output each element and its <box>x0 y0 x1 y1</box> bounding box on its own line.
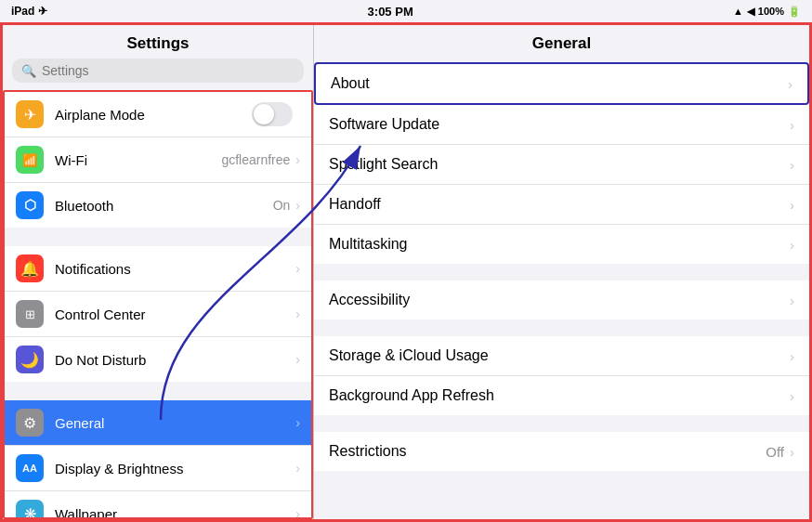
wallpaper-chevron: › <box>295 506 300 519</box>
wifi-settings-icon: 📶 <box>16 146 44 174</box>
general-item-software-update[interactable]: Software Update › <box>314 105 809 145</box>
cell-icon: ◀ <box>747 6 754 18</box>
multitasking-chevron: › <box>790 237 794 253</box>
sidebar-item-display[interactable]: AA Display & Brightness › <box>5 446 311 491</box>
section-gap-2 <box>5 382 311 400</box>
general-item-background-refresh[interactable]: Background App Refresh › <box>314 376 809 415</box>
general-item-multitasking[interactable]: Multitasking › <box>314 225 809 264</box>
bluetooth-chevron: › <box>295 198 300 213</box>
general-list: About › Software Update › Spotlight Sear… <box>314 62 809 519</box>
control-center-label: Control Center <box>55 307 295 322</box>
status-bar: iPad ✈ 3:05 PM ▲ ◀ 100% 🔋 <box>0 0 812 22</box>
sidebar-item-bluetooth[interactable]: ⬡ Bluetooth On › <box>5 183 311 228</box>
section-gap-1 <box>5 228 311 246</box>
general-item-restrictions[interactable]: Restrictions Off › <box>314 432 809 471</box>
general-chevron: › <box>295 415 300 430</box>
wifi-chevron: › <box>295 152 300 167</box>
storage-chevron: › <box>790 348 794 364</box>
wallpaper-label: Wallpaper <box>55 506 295 520</box>
signal-icon: ▲ <box>733 6 743 17</box>
bluetooth-value: On <box>273 198 291 213</box>
multitasking-label: Multitasking <box>329 236 790 253</box>
settings-section-3: ⚙ General › AA Display & Brightness › ❋ … <box>5 400 311 519</box>
display-icon: AA <box>16 454 44 482</box>
settings-title: Settings <box>3 25 313 59</box>
display-chevron: › <box>295 461 300 476</box>
general-label: General <box>55 415 295 431</box>
wifi-icon: ✈ <box>38 5 47 18</box>
control-center-chevron: › <box>295 307 300 321</box>
sidebar-item-do-not-disturb[interactable]: 🌙 Do Not Disturb › <box>5 337 311 382</box>
settings-panel: Settings 🔍 ✈ Airplane Mode 📶 Wi-Fi <box>3 25 314 519</box>
general-section-2: Accessibility › <box>314 281 809 320</box>
accessibility-chevron: › <box>790 293 794 308</box>
settings-section-2: 🔔 Notifications › ⊞ Control Center › 🌙 D… <box>5 246 311 382</box>
handoff-chevron: › <box>790 197 794 213</box>
general-item-spotlight[interactable]: Spotlight Search › <box>314 145 809 185</box>
background-refresh-label: Background App Refresh <box>329 387 790 404</box>
general-icon: ⚙ <box>16 409 44 437</box>
wifi-label: Wi-Fi <box>55 152 221 168</box>
restrictions-value: Off <box>766 444 784 460</box>
spotlight-chevron: › <box>790 157 794 173</box>
sidebar-item-general[interactable]: ⚙ General › <box>5 400 311 446</box>
status-time: 3:05 PM <box>368 5 413 19</box>
airplane-icon: ✈ <box>16 100 44 128</box>
general-panel: General About › Software Update › Spotli… <box>314 25 809 519</box>
general-item-about[interactable]: About › <box>314 62 809 105</box>
bluetooth-label: Bluetooth <box>55 198 273 214</box>
search-bar[interactable]: 🔍 <box>12 59 304 83</box>
restrictions-chevron: › <box>790 444 794 460</box>
do-not-disturb-chevron: › <box>295 352 300 367</box>
notifications-chevron: › <box>295 261 300 276</box>
sidebar-item-wifi[interactable]: 📶 Wi-Fi gcflearnfree › <box>5 137 311 183</box>
wifi-value: gcflearnfree <box>221 152 290 167</box>
main-container: Settings 🔍 ✈ Airplane Mode 📶 Wi-Fi <box>0 22 812 522</box>
restrictions-label: Restrictions <box>329 443 766 460</box>
status-right: ▲ ◀ 100% 🔋 <box>733 6 801 18</box>
accessibility-label: Accessibility <box>329 292 790 308</box>
battery-percent: 100% <box>758 6 784 17</box>
about-label: About <box>331 75 788 92</box>
general-panel-title: General <box>314 25 809 62</box>
settings-section-1: ✈ Airplane Mode 📶 Wi-Fi gcflearnfree › ⬡ <box>5 92 311 228</box>
sidebar-item-airplane[interactable]: ✈ Airplane Mode <box>5 92 311 137</box>
general-item-handoff[interactable]: Handoff › <box>314 185 809 225</box>
storage-label: Storage & iCloud Usage <box>329 347 790 364</box>
notifications-label: Notifications <box>55 261 295 277</box>
battery-icon: 🔋 <box>788 6 801 18</box>
do-not-disturb-label: Do Not Disturb <box>55 352 295 368</box>
search-icon: 🔍 <box>21 64 36 78</box>
display-label: Display & Brightness <box>55 461 295 476</box>
notifications-icon: 🔔 <box>16 254 44 282</box>
general-section-1: About › Software Update › Spotlight Sear… <box>314 62 809 264</box>
general-item-accessibility[interactable]: Accessibility › <box>314 281 809 320</box>
software-update-chevron: › <box>790 117 794 133</box>
settings-list: ✈ Airplane Mode 📶 Wi-Fi gcflearnfree › ⬡ <box>3 90 313 519</box>
software-update-label: Software Update <box>329 116 790 133</box>
airplane-label: Airplane Mode <box>55 107 252 123</box>
sidebar-item-notifications[interactable]: 🔔 Notifications › <box>5 246 311 292</box>
control-center-icon: ⊞ <box>16 300 44 328</box>
ipad-label: iPad <box>11 5 34 18</box>
sidebar-item-control-center[interactable]: ⊞ Control Center › <box>5 292 311 337</box>
general-section-3: Storage & iCloud Usage › Background App … <box>314 336 809 415</box>
status-left: iPad ✈ <box>11 5 47 18</box>
general-section-4: Restrictions Off › <box>314 432 809 471</box>
handoff-label: Handoff <box>329 196 790 213</box>
general-item-storage[interactable]: Storage & iCloud Usage › <box>314 336 809 376</box>
toggle-knob <box>254 104 274 124</box>
wallpaper-icon: ❋ <box>16 500 44 519</box>
background-refresh-chevron: › <box>790 388 794 404</box>
about-chevron: › <box>788 76 792 92</box>
bluetooth-icon: ⬡ <box>16 191 44 219</box>
spotlight-label: Spotlight Search <box>329 156 790 173</box>
search-input[interactable] <box>42 63 295 78</box>
sidebar-item-wallpaper[interactable]: ❋ Wallpaper › <box>5 491 311 519</box>
do-not-disturb-icon: 🌙 <box>16 346 44 373</box>
airplane-toggle[interactable] <box>252 102 293 126</box>
